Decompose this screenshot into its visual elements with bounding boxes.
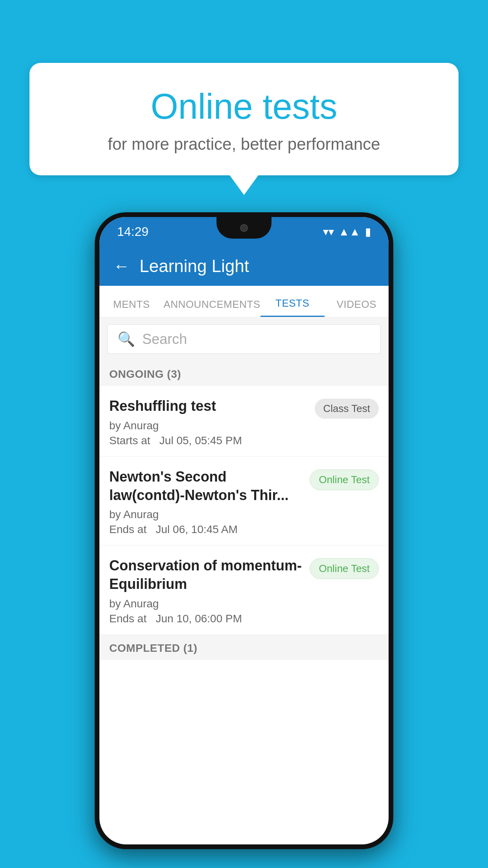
test-time: Ends at Jun 10, 06:00 PM [109, 612, 302, 625]
test-badge-online: Online Test [310, 558, 379, 579]
tab-announcements[interactable]: ANNOUNCEMENTS [163, 298, 260, 317]
test-item[interactable]: Conservation of momentum-Equilibrium by … [99, 546, 389, 635]
test-info: Reshuffling test by Anurag Starts at Jul… [109, 397, 307, 447]
test-item[interactable]: Newton's Second law(contd)-Newton's Thir… [99, 457, 389, 546]
test-item[interactable]: Reshuffling test by Anurag Starts at Jul… [99, 386, 389, 457]
test-badge-class: Class Test [315, 399, 379, 419]
camera [240, 224, 248, 232]
speech-bubble: Online tests for more practice, better p… [29, 63, 459, 175]
app-title: Learning Light [139, 256, 249, 276]
ongoing-section-header: ONGOING (3) [99, 361, 389, 386]
test-name: Conservation of momentum-Equilibrium [109, 557, 302, 594]
tab-tests[interactable]: TESTS [261, 297, 325, 317]
test-name: Reshuffling test [109, 397, 307, 416]
bubble-title: Online tests [57, 86, 431, 127]
tab-ments[interactable]: MENTS [99, 298, 163, 317]
test-time: Starts at Jul 05, 05:45 PM [109, 434, 307, 447]
test-list: Reshuffling test by Anurag Starts at Jul… [99, 386, 389, 635]
tab-videos[interactable]: VIDEOS [325, 298, 389, 317]
tabs-bar: MENTS ANNOUNCEMENTS TESTS VIDEOS [99, 286, 389, 317]
status-time: 14:29 [117, 224, 149, 239]
search-container: 🔍 Search [99, 317, 389, 361]
battery-icon: ▮ [365, 225, 371, 238]
bubble-subtitle: for more practice, better performance [57, 135, 431, 154]
completed-section-header: COMPLETED (1) [99, 635, 389, 660]
back-button[interactable]: ← [113, 257, 130, 276]
signal-icon: ▲▲ [339, 226, 360, 238]
test-info: Newton's Second law(contd)-Newton's Thir… [109, 468, 302, 536]
test-time: Ends at Jul 06, 10:45 AM [109, 523, 302, 536]
test-badge-online: Online Test [310, 469, 379, 490]
search-placeholder: Search [142, 331, 187, 348]
notch [216, 217, 272, 239]
test-info: Conservation of momentum-Equilibrium by … [109, 557, 302, 625]
search-icon: 🔍 [117, 331, 135, 348]
test-name: Newton's Second law(contd)-Newton's Thir… [109, 468, 302, 505]
phone-container: 14:29 ▾▾ ▲▲ ▮ ← Learning Light MENTS ANN… [95, 212, 393, 849]
search-input-wrap[interactable]: 🔍 Search [107, 324, 381, 354]
test-author: by Anurag [109, 419, 307, 432]
test-author: by Anurag [109, 508, 302, 521]
status-icons: ▾▾ ▲▲ ▮ [323, 225, 371, 238]
app-bar: ← Learning Light [99, 246, 389, 286]
wifi-icon: ▾▾ [323, 225, 334, 238]
status-bar: 14:29 ▾▾ ▲▲ ▮ [99, 217, 389, 246]
phone-frame: 14:29 ▾▾ ▲▲ ▮ ← Learning Light MENTS ANN… [95, 212, 393, 849]
phone-screen: 14:29 ▾▾ ▲▲ ▮ ← Learning Light MENTS ANN… [99, 217, 389, 844]
test-author: by Anurag [109, 598, 302, 610]
